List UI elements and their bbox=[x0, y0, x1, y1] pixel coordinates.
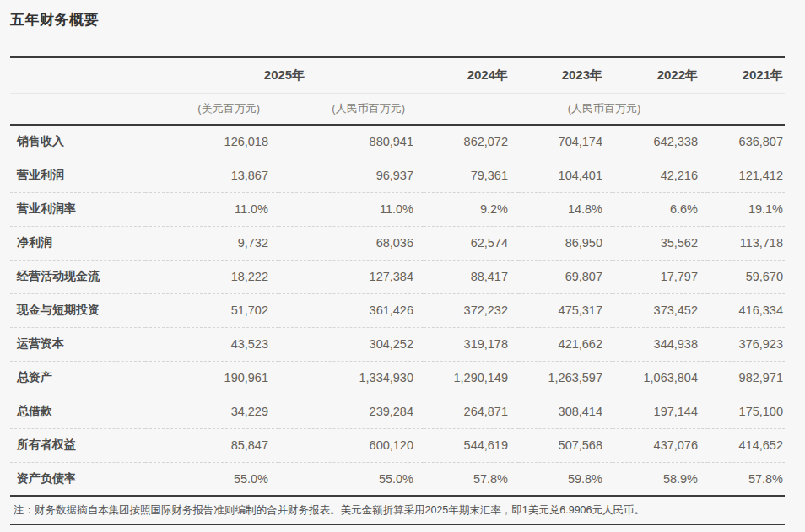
table-row-sales-revenue: 销售收入 126,018 880,941 862,072 704,174 642… bbox=[10, 125, 785, 159]
table-row-operating-cash-flow: 经营活动现金流 18,222 127,384 88,417 69,807 17,… bbox=[10, 260, 785, 293]
metric-label: 销售收入 bbox=[10, 125, 145, 159]
metric-value: 421,662 bbox=[518, 327, 613, 361]
metric-label: 营业利润率 bbox=[10, 192, 145, 226]
year-header-2022: 2022年 bbox=[613, 57, 708, 93]
table-row-debt-ratio: 资产负债率 55.0% 55.0% 57.8% 59.8% 58.9% 57.8… bbox=[10, 462, 785, 496]
metric-value: 57.8% bbox=[708, 462, 785, 496]
metric-value: 85,847 bbox=[145, 428, 278, 462]
metric-value: 414,652 bbox=[708, 428, 785, 462]
metric-value: 14.8% bbox=[518, 192, 613, 226]
metric-value: 58.9% bbox=[613, 462, 708, 496]
metric-value: 51,702 bbox=[145, 293, 278, 327]
metric-value: 9.2% bbox=[424, 192, 518, 226]
table-header: 2025年 2024年 2023年 2022年 2021年 (美元百万元) (人… bbox=[10, 57, 785, 125]
metric-value: 34,229 bbox=[145, 395, 278, 428]
metric-value: 175,100 bbox=[708, 395, 785, 428]
metric-value: 304,252 bbox=[278, 327, 424, 361]
metric-label: 现金与短期投资 bbox=[10, 293, 145, 327]
metric-value: 126,018 bbox=[145, 125, 278, 159]
metric-value: 55.0% bbox=[278, 462, 424, 496]
metric-value: 264,871 bbox=[424, 395, 518, 428]
metric-value: 11.0% bbox=[278, 192, 424, 226]
metric-label: 营业利润 bbox=[10, 159, 145, 192]
year-header-row: 2025年 2024年 2023年 2022年 2021年 bbox=[10, 57, 785, 93]
metric-value: 507,568 bbox=[518, 428, 613, 462]
metric-value: 982,971 bbox=[708, 361, 785, 395]
metric-value: 373,452 bbox=[613, 293, 708, 327]
metric-value: 9,732 bbox=[145, 226, 278, 260]
metric-value: 1,063,804 bbox=[613, 361, 708, 395]
metric-label: 总资产 bbox=[10, 361, 145, 395]
metric-value: 17,797 bbox=[613, 260, 708, 293]
metric-value: 1,334,930 bbox=[278, 361, 424, 395]
metric-value: 13,867 bbox=[145, 159, 278, 192]
metric-label: 资产负债率 bbox=[10, 462, 145, 496]
table-row-operating-margin: 营业利润率 11.0% 11.0% 9.2% 14.8% 6.6% 19.1% bbox=[10, 192, 785, 226]
metric-label: 运营资本 bbox=[10, 327, 145, 361]
year-header-2021: 2021年 bbox=[708, 57, 785, 93]
page-title: 五年财务概要 bbox=[10, 10, 785, 30]
table-row-operating-profit: 营业利润 13,867 96,937 79,361 104,401 42,216… bbox=[10, 159, 785, 192]
metric-value: 57.8% bbox=[424, 462, 518, 496]
corner-cell bbox=[10, 93, 145, 125]
unit-header-rmb-2025: (人民币百万元) bbox=[278, 93, 424, 125]
metric-value: 68,036 bbox=[278, 226, 424, 260]
five-year-financial-table: 2025年 2024年 2023年 2022年 2021年 (美元百万元) (人… bbox=[10, 56, 785, 525]
metric-value: 361,426 bbox=[278, 293, 424, 327]
metric-value: 437,076 bbox=[613, 428, 708, 462]
metric-value: 319,178 bbox=[424, 327, 518, 361]
metric-value: 59,670 bbox=[708, 260, 785, 293]
metric-value: 636,807 bbox=[708, 125, 785, 159]
metric-value: 475,317 bbox=[518, 293, 613, 327]
unit-header-row: (美元百万元) (人民币百万元) (人民币百万元) bbox=[10, 93, 785, 125]
metric-value: 416,334 bbox=[708, 293, 785, 327]
metric-value: 642,338 bbox=[613, 125, 708, 159]
corner-cell bbox=[10, 57, 145, 93]
metric-value: 372,232 bbox=[424, 293, 518, 327]
metric-value: 86,950 bbox=[518, 226, 613, 260]
metric-value: 43,523 bbox=[145, 327, 278, 361]
year-header-2024: 2024年 bbox=[424, 57, 518, 93]
metric-value: 104,401 bbox=[518, 159, 613, 192]
page: 五年财务概要 2025年 2024年 2023年 2022年 2021年 (美元… bbox=[0, 0, 805, 525]
metric-value: 376,923 bbox=[708, 327, 785, 361]
footnote: 注：财务数据摘自本集团按照国际财务报告准则编制的合并财务报表。美元金额折算采用2… bbox=[10, 496, 785, 524]
year-header-2023: 2023年 bbox=[518, 57, 613, 93]
unit-header-rmb-prior-years: (人民币百万元) bbox=[424, 93, 785, 125]
metric-value: 127,384 bbox=[278, 260, 424, 293]
metric-value: 18,222 bbox=[145, 260, 278, 293]
table-row-total-assets: 总资产 190,961 1,334,930 1,290,149 1,263,59… bbox=[10, 361, 785, 395]
table-body: 销售收入 126,018 880,941 862,072 704,174 642… bbox=[10, 125, 785, 496]
metric-value: 121,412 bbox=[708, 159, 785, 192]
metric-value: 308,414 bbox=[518, 395, 613, 428]
metric-label: 所有者权益 bbox=[10, 428, 145, 462]
metric-value: 35,562 bbox=[613, 226, 708, 260]
metric-value: 69,807 bbox=[518, 260, 613, 293]
metric-value: 197,144 bbox=[613, 395, 708, 428]
year-header-2025: 2025年 bbox=[145, 57, 424, 93]
table-row-net-profit: 净利润 9,732 68,036 62,574 86,950 35,562 11… bbox=[10, 226, 785, 260]
metric-label: 总借款 bbox=[10, 395, 145, 428]
metric-value: 239,284 bbox=[278, 395, 424, 428]
metric-value: 1,263,597 bbox=[518, 361, 613, 395]
metric-value: 62,574 bbox=[424, 226, 518, 260]
metric-value: 344,938 bbox=[613, 327, 708, 361]
metric-value: 862,072 bbox=[424, 125, 518, 159]
metric-value: 6.6% bbox=[613, 192, 708, 226]
metric-value: 880,941 bbox=[278, 125, 424, 159]
metric-label: 经营活动现金流 bbox=[10, 260, 145, 293]
metric-label: 净利润 bbox=[10, 226, 145, 260]
metric-value: 704,174 bbox=[518, 125, 613, 159]
metric-value: 113,718 bbox=[708, 226, 785, 260]
metric-value: 42,216 bbox=[613, 159, 708, 192]
table-footer: 注：财务数据摘自本集团按照国际财务报告准则编制的合并财务报表。美元金额折算采用2… bbox=[10, 496, 785, 524]
table-row-working-capital: 运营资本 43,523 304,252 319,178 421,662 344,… bbox=[10, 327, 785, 361]
metric-value: 600,120 bbox=[278, 428, 424, 462]
metric-value: 1,290,149 bbox=[424, 361, 518, 395]
metric-value: 19.1% bbox=[708, 192, 785, 226]
footnote-row: 注：财务数据摘自本集团按照国际财务报告准则编制的合并财务报表。美元金额折算采用2… bbox=[10, 496, 785, 524]
table-row-cash-short-term-investments: 现金与短期投资 51,702 361,426 372,232 475,317 3… bbox=[10, 293, 785, 327]
metric-value: 59.8% bbox=[518, 462, 613, 496]
unit-header-usd: (美元百万元) bbox=[145, 93, 278, 125]
metric-value: 96,937 bbox=[278, 159, 424, 192]
